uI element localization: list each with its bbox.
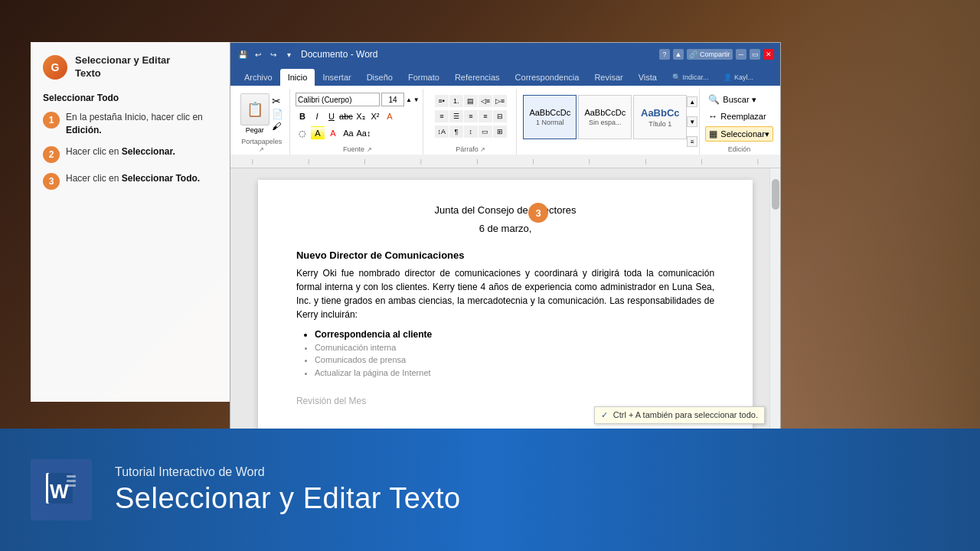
increase-font-icon[interactable]: ▲ bbox=[406, 96, 412, 103]
style-normal[interactable]: AaBbCcDc 1 Normal bbox=[523, 95, 577, 139]
tab-insertar[interactable]: Insertar bbox=[315, 69, 358, 86]
decrease-indent-button[interactable]: ◁≡ bbox=[479, 95, 492, 107]
restore-button[interactable]: ▭ bbox=[750, 49, 760, 60]
customize-icon[interactable]: ▾ bbox=[283, 48, 295, 60]
tab-revisar[interactable]: Revisar bbox=[586, 69, 630, 86]
select-icon: ▦ bbox=[709, 129, 717, 139]
line-spacing-button[interactable]: ↕ bbox=[464, 126, 478, 138]
styles-scroll: ▲ ▼ ≡ bbox=[687, 95, 697, 148]
doc-section-title: Nuevo Director de Comunicaciones bbox=[296, 248, 714, 263]
styles-scroll-down[interactable]: ▼ bbox=[687, 116, 697, 127]
undo-icon[interactable]: ↩ bbox=[252, 48, 264, 60]
font-format-row: B I U abc X₂ X² A bbox=[296, 109, 420, 123]
strikethrough-button[interactable]: abc bbox=[339, 109, 353, 123]
redo-icon[interactable]: ↪ bbox=[267, 48, 279, 60]
bottom-text: Tutorial Interactivo de Word Seleccionar… bbox=[115, 465, 461, 515]
tab-correspondencia[interactable]: Correspondencia bbox=[508, 69, 587, 86]
style-no-spacing[interactable]: AaBbCcDc Sin espa... bbox=[578, 95, 632, 139]
change-case-button[interactable]: Aa↕ bbox=[357, 126, 371, 140]
close-button[interactable]: ✕ bbox=[763, 49, 774, 60]
tab-archivo[interactable]: Archivo bbox=[237, 69, 280, 86]
increase-indent-button[interactable]: ▷≡ bbox=[493, 95, 507, 107]
minimize-button[interactable]: ─ bbox=[736, 49, 746, 60]
estilos-group: AaBbCcDc 1 Normal AaBbCcDc Sin espa... A… bbox=[518, 89, 700, 155]
svg-rect-5 bbox=[67, 480, 76, 482]
doc-bullets: Correspondencia al cliente Comunicación … bbox=[315, 328, 714, 380]
columns-button[interactable]: ⊟ bbox=[493, 110, 507, 122]
tab-diseno[interactable]: Diseño bbox=[359, 69, 400, 86]
document-area: Junta del Consejo de Directores 6 de mar… bbox=[230, 168, 780, 442]
tab-vista[interactable]: Vista bbox=[631, 69, 665, 86]
ribbon-toggle-icon[interactable]: ▲ bbox=[673, 49, 684, 60]
borders-button[interactable]: ⊞ bbox=[493, 126, 507, 138]
fuente-label: Fuente ↗ bbox=[343, 145, 372, 155]
scrollbar-vertical[interactable] bbox=[769, 168, 780, 442]
clipboard-actions: ✂ 📄 🖌 bbox=[272, 95, 283, 132]
tab-formato[interactable]: Formato bbox=[400, 69, 447, 86]
shading-button[interactable]: ▭ bbox=[479, 126, 492, 138]
format-painter-icon[interactable]: 🖌 bbox=[272, 121, 283, 132]
tab-referencias[interactable]: Referencias bbox=[447, 69, 508, 86]
clear-format-button[interactable]: ◌ bbox=[296, 126, 309, 140]
sort-button[interactable]: ↕A bbox=[435, 126, 449, 138]
seleccionar-button[interactable]: ▦ Seleccionar▾ bbox=[705, 126, 773, 142]
font-color-button[interactable]: A bbox=[326, 126, 340, 140]
font-size-input[interactable] bbox=[381, 93, 404, 106]
decrease-font-icon[interactable]: ▼ bbox=[413, 96, 420, 103]
justify-button[interactable]: ≡ bbox=[479, 110, 492, 122]
superscript-button[interactable]: X² bbox=[368, 109, 382, 123]
bullet-3: Comunicados de prensa bbox=[315, 354, 714, 367]
edicion-group: 🔍 Buscar ▾ ↔ Reemplazar ▦ Seleccionar▾ E… bbox=[701, 89, 777, 155]
font-color-row: ◌ A A Aa Aa↕ bbox=[296, 126, 420, 140]
show-hide-button[interactable]: ¶ bbox=[449, 126, 463, 138]
font-name-input[interactable] bbox=[296, 93, 380, 106]
styles-scroll-up[interactable]: ▲ bbox=[687, 96, 697, 107]
styles-list: AaBbCcDc 1 Normal AaBbCcDc Sin espa... A… bbox=[523, 95, 687, 148]
italic-button[interactable]: I bbox=[310, 109, 324, 123]
styles-more[interactable]: ≡ bbox=[687, 136, 697, 147]
align-left-button[interactable]: ≡ bbox=[435, 110, 449, 122]
doc-date: 6 de marzo, bbox=[296, 221, 714, 236]
numbering-button[interactable]: 1. bbox=[449, 95, 463, 107]
format-buttons: B I U abc X₂ X² A bbox=[296, 109, 397, 123]
grammarly-icon: G bbox=[43, 55, 67, 80]
subscript-button[interactable]: X₂ bbox=[354, 109, 368, 123]
buscar-button[interactable]: 🔍 Buscar ▾ bbox=[705, 93, 773, 106]
cut-icon[interactable]: ✂ bbox=[272, 95, 283, 107]
replace-icon: ↔ bbox=[708, 111, 717, 122]
tab-user: 👤 Kayl... bbox=[716, 69, 761, 86]
align-center-button[interactable]: ☰ bbox=[449, 110, 463, 122]
svg-text:W: W bbox=[50, 480, 69, 503]
font-size-up-button[interactable]: Aa bbox=[341, 126, 355, 140]
share-button[interactable]: 🔗 Compartir bbox=[687, 49, 733, 60]
help-icon[interactable]: ? bbox=[659, 49, 670, 60]
bottom-bar: W Tutorial Interactivo de Word Seleccion… bbox=[0, 429, 980, 551]
align-right-button[interactable]: ≡ bbox=[464, 110, 478, 122]
font-name-row: ▲ ▼ bbox=[296, 93, 420, 106]
step-3: 3 Hacer clic en Seleccionar Todo. bbox=[43, 172, 217, 190]
scroll-thumb[interactable] bbox=[772, 179, 779, 210]
paste-button[interactable]: 📋 Pegar bbox=[240, 93, 270, 134]
highlight-color-button[interactable]: A bbox=[311, 126, 325, 140]
reemplazar-button[interactable]: ↔ Reemplazar bbox=[705, 109, 773, 123]
multilevel-button[interactable]: ▤ bbox=[464, 95, 478, 107]
fuente-group: ▲ ▼ B I U abc X₂ X² A ◌ A bbox=[292, 89, 423, 155]
panel-title: Seleccionar y Editar Texto bbox=[75, 54, 170, 80]
tab-inicio[interactable]: Inicio bbox=[280, 69, 315, 86]
bold-button[interactable]: B bbox=[296, 109, 309, 123]
step-3-text: Hacer clic en Seleccionar Todo. bbox=[66, 172, 200, 185]
edicion-content: 🔍 Buscar ▾ ↔ Reemplazar ▦ Seleccionar▾ bbox=[705, 89, 773, 145]
save-icon[interactable]: 💾 bbox=[237, 48, 249, 60]
parrafo-group: ≡• 1. ▤ ◁≡ ▷≡ ≡ ☰ ≡ ≡ ⊟ ↕A ¶ ↕ ▭ bbox=[425, 89, 517, 155]
step-1-badge: 1 bbox=[43, 112, 60, 129]
portapapeles-group: 📋 Pegar ✂ 📄 🖌 Portapapeles ↗ bbox=[234, 89, 290, 155]
tab-indicar[interactable]: 🔍 Indicar... bbox=[665, 69, 717, 86]
fuente-content: ▲ ▼ B I U abc X₂ X² A ◌ A bbox=[296, 89, 420, 145]
text-effects-button[interactable]: A bbox=[383, 109, 397, 123]
copy-icon[interactable]: 📄 bbox=[272, 109, 283, 119]
bullets-button[interactable]: ≡• bbox=[435, 95, 449, 107]
underline-button[interactable]: U bbox=[325, 109, 338, 123]
ribbon-content: 📋 Pegar ✂ 📄 🖌 Portapapeles ↗ ▲ ▼ bbox=[230, 86, 780, 155]
style-heading1[interactable]: AaBbCc Título 1 bbox=[633, 95, 687, 139]
keyboard-shortcut-tooltip: Ctrl + A también para seleccionar todo. bbox=[594, 406, 765, 424]
